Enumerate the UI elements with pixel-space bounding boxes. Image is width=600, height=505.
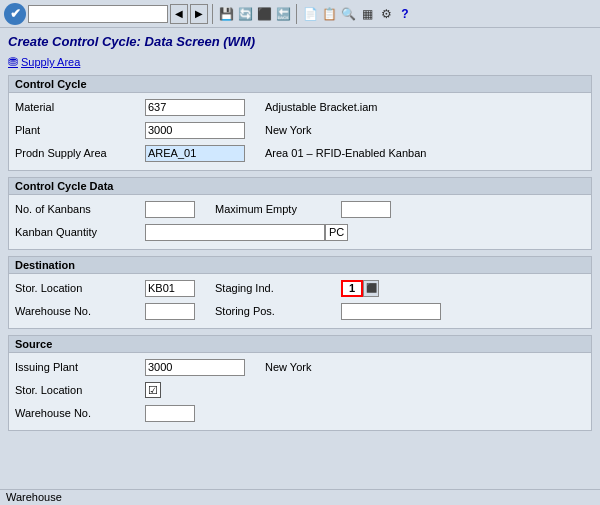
- source-section: Source Issuing Plant New York Stor. Loca…: [8, 335, 592, 431]
- prodn-supply-label: Prodn Supply Area: [15, 147, 145, 159]
- staging-ind-value: 1: [341, 280, 363, 297]
- destination-header: Destination: [9, 257, 591, 274]
- help-icon[interactable]: ?: [396, 5, 414, 23]
- staging-ind-label: Staging Ind.: [215, 282, 335, 294]
- settings-icon[interactable]: ⚙: [377, 5, 395, 23]
- material-input[interactable]: [145, 99, 245, 116]
- max-empty-label: Maximum Empty: [215, 203, 335, 215]
- stor-location-dest-input[interactable]: [145, 280, 195, 297]
- material-label: Material: [15, 101, 145, 113]
- storing-pos-label: Storing Pos.: [215, 305, 335, 317]
- refresh-icon[interactable]: 🔄: [236, 5, 254, 23]
- save-icon[interactable]: 💾: [217, 5, 235, 23]
- warehouse-source-input[interactable]: [145, 405, 195, 422]
- toolbar: ✔ ◀ ▶ 💾 🔄 ⬛ 🔙 📄 📋 🔍 ▦ ⚙ ?: [0, 0, 600, 28]
- warehouse-status-label: Warehouse: [6, 491, 62, 503]
- plant-desc: New York: [265, 124, 311, 136]
- control-cycle-data-body: No. of Kanbans Maximum Empty Kanban Quan…: [9, 195, 591, 249]
- breadcrumb-label: Supply Area: [21, 56, 80, 68]
- nav-fwd-button[interactable]: ▶: [190, 4, 208, 24]
- kanban-qty-input[interactable]: [145, 224, 325, 241]
- staging-ind-button[interactable]: ⬛: [363, 280, 379, 297]
- storing-pos-input[interactable]: [341, 303, 441, 320]
- stor-location-dest-row: Stor. Location Staging Ind. 1 ⬛: [15, 278, 585, 298]
- nav-back-button[interactable]: ◀: [170, 4, 188, 24]
- unit-label: PC: [325, 224, 348, 241]
- issuing-plant-input[interactable]: [145, 359, 245, 376]
- separator-2: [296, 4, 297, 24]
- find-icon[interactable]: 🔍: [339, 5, 357, 23]
- staging-ind-wrap: 1 ⬛: [341, 280, 379, 297]
- control-cycle-header: Control Cycle: [9, 76, 591, 93]
- grid-icon[interactable]: ▦: [358, 5, 376, 23]
- stor-location-dest-label: Stor. Location: [15, 282, 145, 294]
- warehouse-dest-label: Warehouse No.: [15, 305, 145, 317]
- issuing-plant-row: Issuing Plant New York: [15, 357, 585, 377]
- stop-icon[interactable]: ⬛: [255, 5, 273, 23]
- warehouse-source-label: Warehouse No.: [15, 407, 145, 419]
- page-icon[interactable]: 📄: [301, 5, 319, 23]
- plant-label: Plant: [15, 124, 145, 136]
- prodn-supply-row: Prodn Supply Area Area 01 – RFID-Enabled…: [15, 143, 585, 163]
- stor-location-source-row: Stor. Location ☑: [15, 380, 585, 400]
- page-content: Create Control Cycle: Data Screen (WM) ⛃…: [0, 28, 600, 505]
- breadcrumb[interactable]: ⛃ Supply Area: [8, 55, 592, 69]
- max-empty-input[interactable]: [341, 201, 391, 218]
- plant-input[interactable]: [145, 122, 245, 139]
- prodn-supply-input[interactable]: [145, 145, 245, 162]
- copy-icon[interactable]: 📋: [320, 5, 338, 23]
- destination-body: Stor. Location Staging Ind. 1 ⬛ Warehous…: [9, 274, 591, 328]
- issuing-plant-label: Issuing Plant: [15, 361, 145, 373]
- stor-location-checkbox[interactable]: ☑: [145, 382, 161, 398]
- no-kanbans-input[interactable]: [145, 201, 195, 218]
- prodn-supply-desc: Area 01 – RFID-Enabled Kanban: [265, 147, 426, 159]
- destination-section: Destination Stor. Location Staging Ind. …: [8, 256, 592, 329]
- toolbar-icons-2: 📄 📋 🔍 ▦ ⚙ ?: [301, 5, 414, 23]
- source-body: Issuing Plant New York Stor. Location ☑ …: [9, 353, 591, 430]
- control-cycle-body: Material Adjustable Bracket.iam Plant Ne…: [9, 93, 591, 170]
- material-row: Material Adjustable Bracket.iam: [15, 97, 585, 117]
- kanban-qty-row: Kanban Quantity PC: [15, 222, 585, 242]
- warehouse-dest-input[interactable]: [145, 303, 195, 320]
- separator-1: [212, 4, 213, 24]
- breadcrumb-icon: ⛃: [8, 55, 18, 69]
- source-header: Source: [9, 336, 591, 353]
- plant-row: Plant New York: [15, 120, 585, 140]
- control-cycle-section: Control Cycle Material Adjustable Bracke…: [8, 75, 592, 171]
- command-input[interactable]: [28, 5, 168, 23]
- issuing-plant-desc: New York: [265, 361, 311, 373]
- warehouse-source-row: Warehouse No.: [15, 403, 585, 423]
- check-icon[interactable]: ✔: [4, 3, 26, 25]
- status-bar: Warehouse: [0, 489, 600, 505]
- control-cycle-data-header: Control Cycle Data: [9, 178, 591, 195]
- material-desc: Adjustable Bracket.iam: [265, 101, 378, 113]
- kanban-qty-label: Kanban Quantity: [15, 226, 145, 238]
- no-kanbans-label: No. of Kanbans: [15, 203, 145, 215]
- toolbar-icons: 💾 🔄 ⬛ 🔙: [217, 5, 292, 23]
- back-icon[interactable]: 🔙: [274, 5, 292, 23]
- page-title: Create Control Cycle: Data Screen (WM): [8, 32, 592, 51]
- stor-location-source-label: Stor. Location: [15, 384, 145, 396]
- control-cycle-data-section: Control Cycle Data No. of Kanbans Maximu…: [8, 177, 592, 250]
- no-kanbans-row: No. of Kanbans Maximum Empty: [15, 199, 585, 219]
- warehouse-dest-row: Warehouse No. Storing Pos.: [15, 301, 585, 321]
